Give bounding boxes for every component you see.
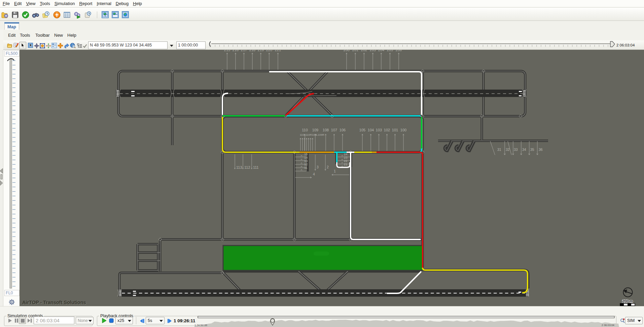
svg-text:110: 110 (302, 128, 308, 132)
svg-text:202: 202 (361, 50, 367, 52)
svg-text:108: 108 (323, 128, 329, 132)
svg-text:216: 216 (232, 50, 239, 52)
svg-text:2: 2 (327, 165, 329, 169)
svg-text:35: 35 (530, 148, 534, 152)
svg-text:206: 206 (396, 50, 402, 52)
svg-text:205: 205 (387, 50, 393, 52)
svg-text:103: 103 (376, 128, 382, 132)
svg-text:101: 101 (392, 128, 398, 132)
svg-text:110L110R109L109R: 110L110R109L109R (300, 133, 324, 136)
svg-text:32: 32 (506, 148, 510, 152)
svg-text:221: 221 (275, 50, 281, 52)
svg-text:112: 112 (244, 165, 250, 169)
svg-text:1 04:52:33: 1 04:52:33 (194, 324, 207, 327)
svg-text:31: 31 (497, 148, 501, 152)
svg-text:200 m: 200 m (622, 299, 633, 303)
svg-text:33: 33 (514, 148, 518, 152)
svg-text:111: 111 (253, 165, 259, 169)
svg-text:1: 1 (334, 169, 336, 173)
svg-text:220: 220 (266, 50, 272, 52)
svg-text:100: 100 (400, 128, 406, 132)
svg-text:34: 34 (522, 148, 526, 152)
svg-text:201: 201 (352, 50, 358, 52)
svg-text:104: 104 (368, 128, 374, 132)
svg-text:2 06:03:04: 2 06:03:04 (602, 324, 614, 327)
svg-text:218: 218 (249, 50, 255, 52)
svg-text:107: 107 (331, 128, 337, 132)
svg-text:36: 36 (539, 148, 543, 152)
svg-text:203: 203 (370, 50, 376, 52)
svg-text:109: 109 (312, 128, 318, 132)
svg-text:204: 204 (378, 50, 384, 52)
svg-text:102: 102 (384, 128, 390, 132)
svg-text:217: 217 (241, 50, 247, 52)
svg-text:11: 11 (304, 166, 308, 169)
svg-text:106: 106 (339, 128, 346, 132)
svg-text:105: 105 (359, 128, 365, 132)
svg-text:113: 113 (236, 165, 242, 169)
svg-text:4: 4 (313, 172, 315, 176)
svg-text:219: 219 (258, 50, 264, 52)
svg-text:21: 21 (344, 162, 348, 166)
svg-text:215: 215 (224, 50, 230, 52)
svg-text:200: 200 (344, 50, 350, 52)
svg-text:3: 3 (317, 165, 319, 169)
svg-text:AirTOP - Transoft Solutions: AirTOP - Transoft Solutions (22, 300, 86, 305)
